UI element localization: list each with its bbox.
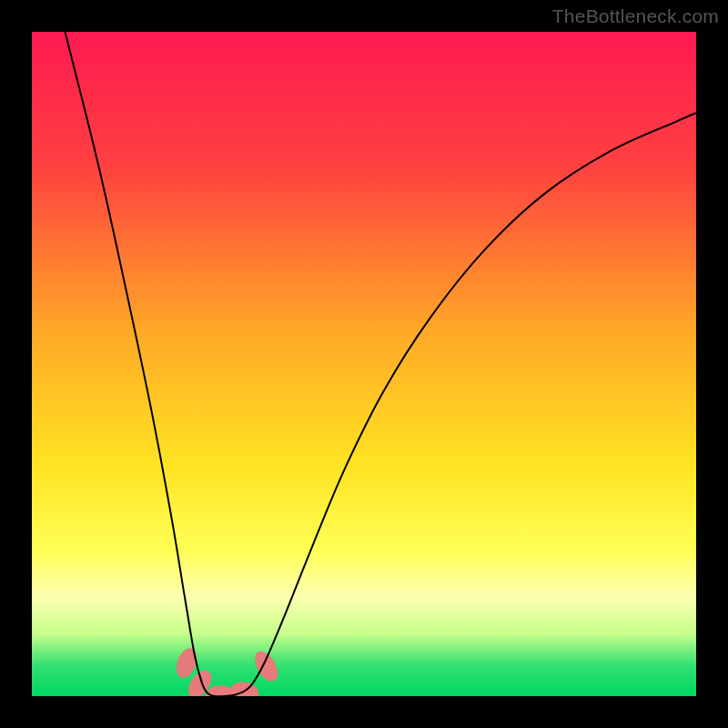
curve-layer xyxy=(32,32,696,696)
marker-4 xyxy=(228,680,260,696)
plot-area xyxy=(32,32,696,696)
watermark-text: TheBottleneck.com xyxy=(552,5,719,27)
chart-frame: TheBottleneck.com xyxy=(0,0,728,728)
